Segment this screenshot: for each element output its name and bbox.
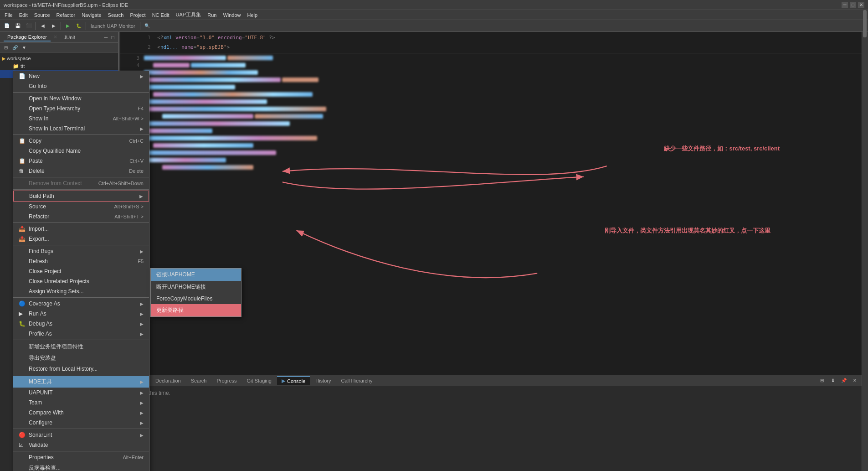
editor-lines: 3 4 5 xyxy=(120,53,862,172)
console-close-btn[interactable]: ✕ xyxy=(850,376,860,386)
menu-search[interactable]: Search xyxy=(105,11,127,19)
menu-file[interactable]: File xyxy=(2,11,15,19)
menu-edit[interactable]: Edit xyxy=(16,11,31,19)
ctx-delete[interactable]: 🗑Delete Delete xyxy=(13,166,149,176)
save-button[interactable]: 💾 xyxy=(13,21,23,31)
ctx-refactor[interactable]: Refactor Alt+Shift+T > xyxy=(13,212,149,222)
ctx-go-into[interactable]: Go Into xyxy=(13,81,149,91)
ctx-open-new-window[interactable]: Open in New Window xyxy=(13,93,149,104)
menu-run[interactable]: Run xyxy=(205,11,219,19)
tab-progress[interactable]: Progress xyxy=(212,377,241,384)
code-line-16: 16 xyxy=(120,149,862,156)
view-menu-btn[interactable]: ▼ xyxy=(20,44,28,52)
separator-1 xyxy=(36,22,36,30)
launch-label: launch UAP Monitor xyxy=(88,23,138,29)
tree-item-1[interactable]: 📁 ttt xyxy=(0,62,118,70)
separator-4 xyxy=(140,22,140,30)
search-toolbar-button[interactable]: 🔍 xyxy=(142,21,152,31)
tab-console[interactable]: ▶ Console xyxy=(277,376,310,385)
ctx-coverage-as[interactable]: 🔵Coverage As ▶ xyxy=(13,299,149,309)
tree-root[interactable]: ▶ workspace xyxy=(0,55,118,62)
menu-window[interactable]: Window xyxy=(220,11,243,19)
ctx-close-unrelated[interactable]: Close Unrelated Projects xyxy=(13,276,149,286)
ctx-sonar-lint[interactable]: 🔴SonarLint ▶ xyxy=(13,430,149,440)
ctx-export-installer[interactable]: 导出安装盘 xyxy=(13,352,149,364)
close-button[interactable]: ✕ xyxy=(858,2,864,8)
collapse-all-btn[interactable]: ⊟ xyxy=(2,44,10,52)
ctx-validate[interactable]: ☑Validate xyxy=(13,440,149,450)
ctx-team[interactable]: Team ▶ xyxy=(13,398,149,408)
link-editor-btn[interactable]: 🔗 xyxy=(11,44,19,52)
ctx-configure[interactable]: Configure ▶ xyxy=(13,418,149,428)
tab-history[interactable]: History xyxy=(311,377,335,384)
menu-project[interactable]: Project xyxy=(127,11,148,19)
new-button[interactable]: 📄 xyxy=(2,21,12,31)
menu-refactor[interactable]: Refactor xyxy=(54,11,78,19)
forward-button[interactable]: ▶ xyxy=(49,21,59,31)
ctx-open-type-hierarchy[interactable]: Open Type Hierarchy F4 xyxy=(13,104,149,114)
ctx-debug-as[interactable]: 🐛Debug As ▶ xyxy=(13,319,149,329)
sep-3 xyxy=(13,177,149,177)
ctx-new[interactable]: 📄New ▶ xyxy=(13,71,149,81)
tab-junit[interactable]: JUnit xyxy=(60,34,79,41)
submenu-update-classpath[interactable]: 更新类路径 xyxy=(151,304,241,316)
editor-scrollbar-thumb[interactable] xyxy=(863,10,867,37)
ctx-import[interactable]: 📥Import... xyxy=(13,224,149,234)
menu-source[interactable]: Source xyxy=(31,11,53,19)
code-line-4: 4 xyxy=(120,62,862,69)
minimize-button[interactable]: ─ xyxy=(842,2,848,8)
ctx-remove-context[interactable]: Remove from Context Ctrl+Alt+Shift+Down xyxy=(13,178,149,188)
ctx-find-bugs[interactable]: Find Bugs ▶ xyxy=(13,246,149,256)
ctx-run-as[interactable]: ▶Run As ▶ xyxy=(13,309,149,319)
copy-icon: 📋 xyxy=(19,138,26,144)
submenu-force-copy[interactable]: ForceCopyModuleFiles xyxy=(151,293,241,304)
maximize-button[interactable]: □ xyxy=(850,2,856,8)
maximize-panel-btn[interactable]: □ xyxy=(111,35,114,40)
tab-git-staging[interactable]: Git Staging xyxy=(242,377,276,384)
console-scroll-btn[interactable]: ⬇ xyxy=(828,376,838,386)
ctx-copy[interactable]: 📋Copy Ctrl+C xyxy=(13,136,149,146)
menu-help[interactable]: Help xyxy=(245,11,261,19)
code-line-8: 8 xyxy=(120,91,862,98)
ctx-assign-working-sets[interactable]: Assign Working Sets... xyxy=(13,286,149,296)
window-controls[interactable]: ─ □ ✕ xyxy=(842,2,864,8)
tab-package-explorer[interactable]: Package Explorer xyxy=(4,33,51,41)
ctx-refresh[interactable]: Refresh F5 xyxy=(13,256,149,266)
ctx-show-in[interactable]: Show In Alt+Shift+W > xyxy=(13,114,149,124)
ctx-export[interactable]: 📤Export... xyxy=(13,234,149,244)
ctx-profile-as[interactable]: Profile As ▶ xyxy=(13,329,149,339)
minimize-panel-btn[interactable]: ─ xyxy=(104,35,108,40)
ctx-antivirus[interactable]: 反病毒检查... xyxy=(13,462,149,471)
code-line-6: 6 xyxy=(120,76,862,83)
ctx-uapunit[interactable]: UAPUNIT ▶ xyxy=(13,388,149,398)
debug-button[interactable]: 🐛 xyxy=(74,21,84,31)
tab-declaration[interactable]: Declaration xyxy=(151,377,185,384)
run-button[interactable]: ▶ xyxy=(63,21,73,31)
ctx-build-path[interactable]: Build Path ▶ xyxy=(13,191,149,202)
ctx-paste[interactable]: 📋Paste Ctrl+V xyxy=(13,156,149,166)
console-clear-btn[interactable]: ⊟ xyxy=(817,376,827,386)
menu-navigate[interactable]: Navigate xyxy=(79,11,104,19)
ctx-compare-with[interactable]: Compare With ▶ xyxy=(13,408,149,418)
save-all-button[interactable]: ⬛ xyxy=(24,21,34,31)
code-line-17: 17 xyxy=(120,156,862,164)
ctx-new-component[interactable]: 新增业务组件项目特性 xyxy=(13,341,149,352)
panel-toolbar: ⊟ 🔗 ▼ xyxy=(0,43,118,53)
submenu-disconnect-uaphome[interactable]: 断开UAPHOME链接 xyxy=(151,281,241,293)
tab-call-hierarchy[interactable]: Call Hierarchy xyxy=(337,377,377,384)
menu-uap[interactable]: UAP工具集 xyxy=(173,10,204,19)
ctx-source[interactable]: Source Alt+Shift+S > xyxy=(13,202,149,212)
sep-1 xyxy=(13,92,149,93)
ctx-mde-tools[interactable]: MDE工具 ▶ xyxy=(13,376,149,388)
tab-search[interactable]: Search xyxy=(186,377,211,384)
ctx-restore-history[interactable]: Restore from Local History... xyxy=(13,364,149,374)
ctx-close-project[interactable]: Close Project xyxy=(13,266,149,276)
submenu-link-uaphome[interactable]: 链接UAPHOME xyxy=(151,269,241,281)
console-pin-btn[interactable]: 📌 xyxy=(839,376,849,386)
code-editor[interactable]: 3 4 5 xyxy=(120,53,862,375)
ctx-show-local-terminal[interactable]: Show in Local Terminal ▶ xyxy=(13,124,149,134)
back-button[interactable]: ◀ xyxy=(38,21,48,31)
ctx-properties[interactable]: Properties Alt+Enter xyxy=(13,452,149,462)
menu-nc-edit[interactable]: NC Edit xyxy=(149,11,172,19)
ctx-copy-qualified[interactable]: Copy Qualified Name xyxy=(13,146,149,156)
